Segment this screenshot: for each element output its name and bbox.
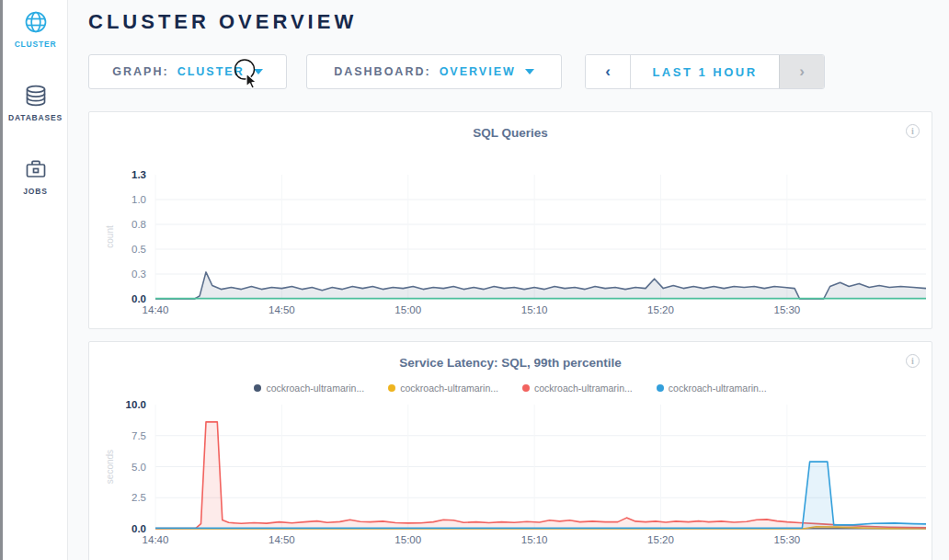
service-latency-panel: Service Latency: SQL, 99th percentile i … <box>88 341 932 560</box>
x-tick-label: 15:00 <box>394 534 421 545</box>
x-tick-label: 15:30 <box>773 534 800 545</box>
chevron-down-icon <box>525 69 534 74</box>
x-tick-label: 15:30 <box>773 304 800 315</box>
series-area <box>155 272 926 299</box>
time-window-selector: ‹ LAST 1 HOUR › <box>585 54 825 89</box>
graph-dropdown-value: CLUSTER <box>177 65 245 78</box>
y-tick-label: 0.0 <box>131 523 146 534</box>
x-tick-label: 15:20 <box>647 304 674 315</box>
y-tick-label: 1.0 <box>131 194 146 205</box>
y-tick-label: 0.5 <box>131 244 146 255</box>
dashboard-dropdown-label: DASHBOARD: <box>334 65 430 78</box>
sql-queries-chart: 1.31.00.80.50.30.014:4014:5015:0015:1015… <box>89 112 933 330</box>
database-icon <box>23 83 49 109</box>
series-area <box>155 462 926 529</box>
x-tick-label: 15:00 <box>394 304 421 315</box>
sidebar-item-databases[interactable]: DATABASES <box>3 83 68 122</box>
sidebar-item-jobs[interactable]: JOBS <box>3 156 68 196</box>
dashboard-dropdown[interactable]: DASHBOARD: OVERVIEW <box>306 54 562 89</box>
briefcase-icon <box>23 156 49 182</box>
x-tick-label: 14:40 <box>143 534 169 545</box>
graph-dropdown[interactable]: GRAPH: CLUSTER <box>88 54 287 89</box>
y-tick-label: 0.8 <box>131 219 146 230</box>
graph-dropdown-label: GRAPH: <box>112 65 168 78</box>
x-tick-label: 14:50 <box>269 304 295 315</box>
time-window-label[interactable]: LAST 1 HOUR <box>631 55 779 88</box>
y-tick-label: 2.5 <box>131 492 146 503</box>
x-tick-label: 15:20 <box>647 534 674 545</box>
x-tick-label: 15:10 <box>521 304 548 315</box>
sidebar-item-cluster[interactable]: CLUSTER <box>3 9 68 49</box>
x-tick-label: 15:10 <box>521 534 548 545</box>
y-tick-label: 10.0 <box>126 399 146 410</box>
y-axis-unit-label: count <box>105 225 115 248</box>
sidebar: CLUSTER DATABASES JOBS <box>3 0 68 560</box>
service-latency-chart: 10.07.55.02.50.014:4014:5015:0015:1015:2… <box>89 342 933 560</box>
x-tick-label: 14:40 <box>143 304 169 315</box>
time-window-prev-button[interactable]: ‹ <box>586 55 631 88</box>
page-title: CLUSTER OVERVIEW <box>88 10 357 34</box>
x-tick-label: 14:50 <box>269 534 295 545</box>
y-tick-label: 0.3 <box>131 269 146 280</box>
y-tick-label: 7.5 <box>131 430 146 441</box>
sidebar-item-label: JOBS <box>3 187 68 196</box>
sql-queries-panel: SQL Queries i 1.31.00.80.50.30.014:4014:… <box>88 111 932 329</box>
sidebar-item-label: CLUSTER <box>3 40 68 49</box>
y-tick-label: 5.0 <box>131 462 146 473</box>
sidebar-item-label: DATABASES <box>3 113 68 122</box>
dashboard-dropdown-value: OVERVIEW <box>440 65 516 78</box>
chevron-down-icon <box>254 69 263 74</box>
y-tick-label: 0.0 <box>131 293 146 304</box>
y-tick-label: 1.3 <box>131 169 146 180</box>
y-axis-unit-label: seconds <box>105 450 115 484</box>
globe-icon <box>23 9 49 35</box>
time-window-next-button[interactable]: › <box>779 55 824 88</box>
